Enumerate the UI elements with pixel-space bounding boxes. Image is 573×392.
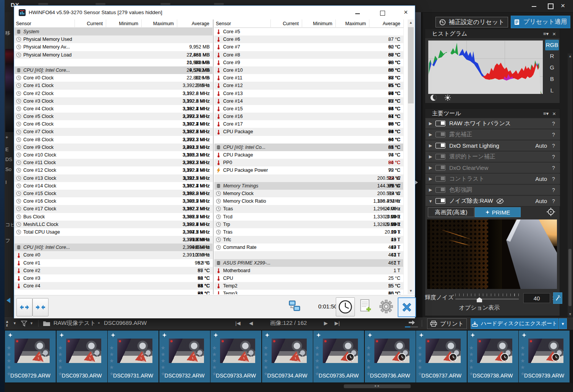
filmstrip-thumbnail[interactable]: ★★★★★DSC09737.ARW [416, 331, 467, 382]
filmstrip-scrollbar[interactable] [5, 383, 573, 392]
rating-star-icon[interactable]: ★ [418, 365, 422, 370]
hwinfo-minimize-button[interactable] [352, 9, 363, 16]
rating-star-icon[interactable]: ★ [469, 345, 474, 350]
column-header-maximum[interactable]: Maximum [336, 19, 369, 28]
sensor-section-row[interactable]: CPU [#0]: Intel Core... [15, 66, 213, 74]
rating-star-icon[interactable]: ★ [418, 358, 422, 363]
rating-star-icon[interactable]: ★ [366, 365, 371, 370]
noise-quality-fast-button[interactable]: 高画質(高速) [428, 207, 474, 217]
next-image-button[interactable]: ▶ [324, 320, 328, 326]
right-panel-scrollbar-thumb[interactable] [568, 249, 571, 306]
sensor-row[interactable]: Core #1087 °C61 °C87 °C77 °C [214, 66, 404, 74]
export-progress-icon[interactable] [408, 319, 416, 326]
luminance-slider-track[interactable] [455, 298, 519, 300]
sensor-row[interactable]: Motherboard25 °C25 °C25 °C25 °C [214, 267, 404, 274]
rating-star-icon[interactable]: ★ [212, 358, 217, 363]
tool-help-icon[interactable]: ? [547, 143, 560, 149]
sensor-section-row[interactable]: CPU [#0]: Intel Core... [15, 244, 213, 251]
sensor-row[interactable]: Memory Clock Ratio20.00 x20.00 x20.00 x2… [214, 197, 404, 205]
sensor-row[interactable]: CPU Package99 °C72 °C99 °C89 °C [214, 151, 404, 159]
tool-enable-toggle[interactable] [435, 176, 445, 182]
previous-image-button[interactable]: ◀ [249, 320, 253, 326]
sensor-row[interactable]: Mesh/LLC Clock2,394.5 MHz2,333.6 MHz2,39… [15, 221, 213, 228]
hwinfo-titlebar[interactable]: HWiNFO64 v5.59-3270 Sensor Status [279 v… [14, 6, 415, 19]
sensor-row[interactable]: Core #690 °C60 °C90 °C80 °C [214, 35, 404, 43]
remote-monitoring-button[interactable] [286, 297, 304, 316]
rating-star-icon[interactable]: ★ [58, 358, 63, 363]
sensor-row[interactable]: Trfc467 T467 T467 T [214, 236, 404, 244]
sensor-row[interactable]: Tras43 T43 T43 T [214, 228, 404, 236]
settings-button[interactable] [378, 297, 395, 316]
sensor-row[interactable]: Core #9 Clock3,392.2 MHz2,793.3 MHz3,392… [15, 144, 213, 151]
rating-star-icon[interactable]: ★ [6, 358, 11, 363]
export-to-disk-button[interactable]: ハードディスクにエクスポート [471, 318, 558, 329]
filmstrip-thumbnail[interactable]: ★★★★★DSC09733.ARW [210, 331, 261, 382]
filmstrip-thumbnail[interactable]: ★★★★★DSC09732.ARW [159, 331, 210, 382]
rating-star-icon[interactable]: ★ [520, 345, 525, 350]
blackpoint-moon-icon[interactable] [431, 95, 437, 101]
sensor-row[interactable]: Core #16 Clock3,392.2 MHz3,305.9 MHz3,39… [15, 197, 213, 205]
sensor-row[interactable]: Physical Memory Load30.6 %24.2 %33.6 %29… [15, 51, 213, 59]
left-panel-collapse-icon[interactable] [6, 298, 10, 303]
histogram-channel-rgb[interactable]: RGB [545, 40, 559, 50]
sort-dropdown-icon[interactable]: ▼ [13, 321, 16, 325]
tool-help-icon[interactable]: ? [547, 121, 560, 127]
app-maximize-button[interactable] [548, 3, 554, 9]
rating-star-icon[interactable]: ★ [58, 365, 63, 370]
sensor-row[interactable]: Core #1788 °C64 °C88 °C78 °C [214, 120, 404, 128]
expand-icon[interactable]: ▶ [426, 121, 435, 126]
rating-star-icon[interactable]: ★ [212, 365, 217, 370]
sensor-row[interactable]: CPU55 °C40 °C55 °C48 °C [214, 274, 404, 282]
folder-name[interactable]: RAW現像テスト [53, 319, 96, 327]
sensor-row[interactable]: Core #6 Clock3,392.2 MHz2,793.3 MHz3,491… [15, 120, 213, 128]
sensor-row[interactable]: Trcd19 T19 T19 T [214, 213, 404, 221]
rating-star-icon[interactable]: ★ [264, 352, 269, 357]
rating-star-icon[interactable]: ★ [109, 352, 114, 357]
rating-star-icon[interactable]: ★ [366, 352, 371, 357]
sensor-row[interactable]: Core #883 °C60 °C83 °C75 °C [214, 51, 404, 59]
sensor-row[interactable]: Core #8 Clock3,392.2 MHz3,192.3 MHz3,392… [15, 136, 213, 144]
rating-star-icon[interactable]: ★ [161, 345, 166, 350]
maximize-icon[interactable] [380, 11, 385, 16]
filmstrip-thumbnail[interactable]: ★★★★★DSC09731.ARW [108, 331, 159, 382]
sensor-row[interactable]: Core #12 Clock3,392.2 MHz3,192.4 MHz3,39… [15, 166, 213, 174]
rating-star-icon[interactable]: ★ [161, 365, 166, 370]
hwinfo-close-sensors-button[interactable] [398, 297, 416, 317]
tool-row-5[interactable]: ▶DxO ClearView? [426, 163, 560, 173]
rating-star-icon[interactable]: ★ [315, 358, 320, 363]
panel-menu-icon[interactable]: ≡▾ [543, 111, 549, 116]
column-header-sensor[interactable]: Sensor [15, 19, 75, 28]
sensor-row[interactable]: Core #3 Clock3,392.2 MHz2,793.3 MHz3,392… [15, 97, 213, 105]
tool-help-icon[interactable]: ? [547, 154, 560, 160]
panel-close-icon[interactable]: × [552, 110, 556, 117]
filmstrip-thumbnail[interactable]: ★★★★★DSC09730.ARW [57, 331, 107, 382]
sensor-row[interactable]: Core #985 °C58 °C85 °C76 °C [214, 59, 404, 66]
rating-star-icon[interactable]: ★ [161, 352, 166, 357]
reset-corrections-button[interactable]: 補正設定のリセット [435, 17, 508, 27]
collapse-icon[interactable]: ▼ [426, 199, 435, 203]
whitepoint-sun-icon[interactable] [444, 94, 451, 101]
rating-star-icon[interactable]: ★ [212, 345, 217, 350]
histogram-channel-b[interactable]: B [545, 74, 559, 84]
sensor-row[interactable]: Core #4 Clock3,392.2 MHz3,192.4 MHz3,392… [15, 105, 213, 113]
sensor-section-row[interactable]: CPU [#0]: Intel Co... [214, 144, 404, 151]
tool-enable-toggle[interactable] [435, 154, 445, 160]
tool-enable-toggle[interactable] [435, 187, 445, 193]
sensor-row[interactable]: Core #1594 °C66 °C94 °C84 °C [214, 105, 404, 113]
rating-star-icon[interactable]: ★ [366, 345, 371, 350]
expand-icon[interactable]: ▶ [426, 132, 435, 137]
tools-panel-header[interactable]: 主要ツール ≡▾ × [425, 109, 560, 118]
filter-dropdown-icon[interactable]: ▼ [30, 321, 33, 325]
tool-row-7[interactable]: ▶色彩強調? [426, 185, 560, 195]
column-header-sensor[interactable]: Sensor [214, 19, 271, 28]
tool-help-icon[interactable]: ? [547, 176, 560, 182]
sensor-row[interactable]: Core #293 °C62 °C93 °C83 °C [15, 267, 213, 274]
sensor-row[interactable]: Memory Clock1,330.3 MHz1,296.4 MHz1,330.… [214, 190, 404, 197]
tool-help-icon[interactable]: ? [547, 165, 560, 171]
panel-close-icon[interactable]: × [552, 31, 556, 37]
tool-enable-toggle[interactable] [435, 143, 445, 148]
tool-help-icon[interactable]: ? [547, 187, 560, 193]
noise-preview-image[interactable] [427, 219, 557, 289]
filter-funnel-icon[interactable] [21, 320, 28, 327]
column-header-maximum[interactable]: Maximum [142, 19, 177, 28]
